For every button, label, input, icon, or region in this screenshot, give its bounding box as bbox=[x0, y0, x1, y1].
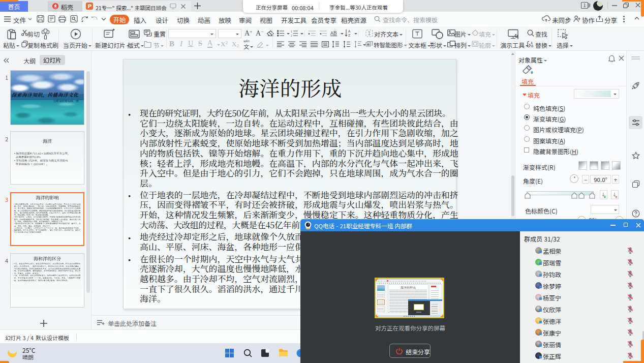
svg-text:B: B bbox=[531, 43, 533, 48]
svg-text:2: 2 bbox=[291, 34, 292, 37]
svg-text:1: 1 bbox=[291, 30, 292, 33]
svg-text:1: 1 bbox=[583, 2, 586, 9]
svg-text:Z: Z bbox=[348, 33, 351, 37]
